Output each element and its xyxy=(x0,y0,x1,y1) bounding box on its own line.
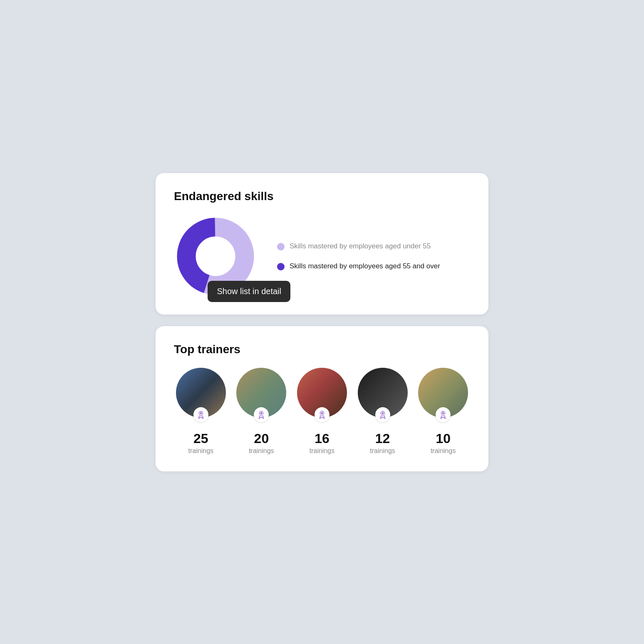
endangered-skills-card: Endangered skills ▶ Show list in detail … xyxy=(156,173,488,315)
legend-dot-dark xyxy=(277,263,285,270)
badge-icon-svg xyxy=(257,410,266,419)
donut-chart-wrapper[interactable]: ▶ Show list in detail xyxy=(174,215,257,298)
trainer-badge-2 xyxy=(254,407,269,422)
trainer-count-4: 12 xyxy=(375,431,390,446)
trainer-item-3[interactable]: 16 trainings xyxy=(295,368,349,455)
chart-legend: Skills mastered by employees aged under … xyxy=(277,241,440,271)
trainer-count-3: 16 xyxy=(315,431,329,446)
svg-point-2 xyxy=(196,237,235,276)
legend-label-under55: Skills mastered by employees aged under … xyxy=(290,241,431,251)
trainer-badge-3 xyxy=(315,407,329,422)
svg-point-8 xyxy=(321,412,323,414)
trainer-avatar-wrapper-3 xyxy=(297,368,347,418)
legend-label-over55: Skills mastered by employees aged 55 and… xyxy=(290,261,440,271)
trainer-label-4: trainings xyxy=(370,447,395,455)
trainer-badge-4 xyxy=(375,407,390,422)
top-trainers-card: Top trainers 25 trainings xyxy=(156,326,488,471)
svg-point-6 xyxy=(260,412,263,414)
legend-item-over55: Skills mastered by employees aged 55 and… xyxy=(277,261,440,271)
trainer-badge-1 xyxy=(193,407,208,422)
trainer-avatar-wrapper-5 xyxy=(418,368,468,418)
trainer-label-1: trainings xyxy=(188,447,213,455)
trainer-count-1: 25 xyxy=(193,431,208,446)
trainer-label-5: trainings xyxy=(431,447,456,455)
legend-item-under55: Skills mastered by employees aged under … xyxy=(277,241,440,251)
trainer-count-2: 20 xyxy=(254,431,269,446)
trainer-item-4[interactable]: 12 trainings xyxy=(356,368,410,455)
badge-icon-svg xyxy=(438,410,448,419)
trainer-avatar-wrapper-4 xyxy=(358,368,408,418)
svg-point-12 xyxy=(442,412,444,414)
trainer-avatar-wrapper-2 xyxy=(236,368,286,418)
trainer-avatar-wrapper-1 xyxy=(176,368,226,418)
top-trainers-title: Top trainers xyxy=(174,343,470,356)
trainer-item-1[interactable]: 25 trainings xyxy=(174,368,228,455)
skills-content: ▶ Show list in detail Skills mastered by… xyxy=(174,215,470,298)
legend-dot-light xyxy=(277,243,285,250)
trainers-row: 25 trainings 20 trainings xyxy=(174,368,470,455)
trainer-label-3: trainings xyxy=(310,447,334,455)
trainer-item-5[interactable]: 10 trainings xyxy=(416,368,470,455)
trainer-badge-5 xyxy=(436,407,451,422)
trainer-count-5: 10 xyxy=(436,431,451,446)
trainer-label-2: trainings xyxy=(249,447,274,455)
svg-point-4 xyxy=(200,412,202,414)
endangered-skills-title: Endangered skills xyxy=(174,190,470,203)
svg-point-10 xyxy=(381,412,384,414)
badge-icon-svg xyxy=(317,410,327,419)
badge-icon-svg xyxy=(196,410,206,419)
trainer-item-2[interactable]: 20 trainings xyxy=(235,368,289,455)
show-list-tooltip[interactable]: Show list in detail xyxy=(208,281,290,302)
badge-icon-svg xyxy=(378,410,387,419)
